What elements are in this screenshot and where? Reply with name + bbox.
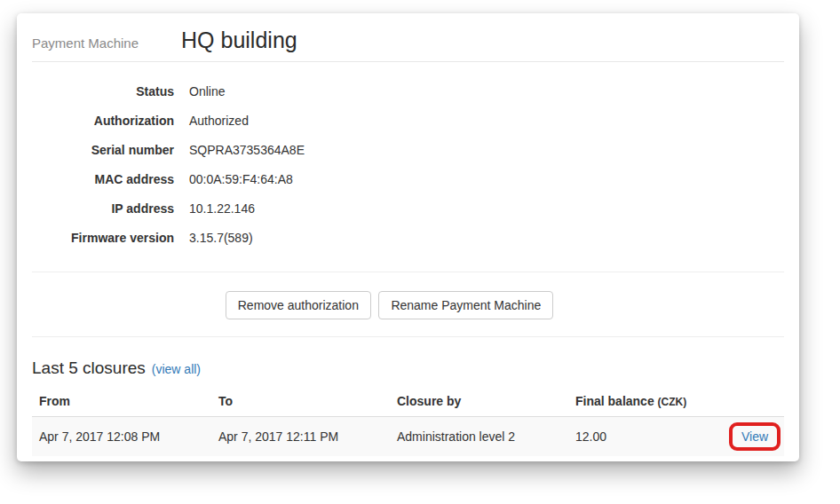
app-label: Payment Machine: [32, 35, 139, 51]
detail-row-ip-address: IP address 10.1.22.146: [32, 202, 784, 216]
page-title: HQ building: [181, 28, 297, 53]
column-header-action: [733, 385, 784, 417]
table-header-row: From To Closure by Final balance (CZK): [32, 385, 784, 417]
detail-row-authorization: Authorization Authorized: [32, 114, 784, 128]
detail-row-firmware-version: Firmware version 3.15.7(589): [32, 232, 784, 245]
column-header-from: From: [32, 385, 211, 417]
status-value: Online: [189, 85, 225, 98]
view-link[interactable]: View: [741, 429, 768, 444]
red-highlight-annotation: View: [729, 422, 781, 451]
action-buttons: Remove authorization Rename Payment Mach…: [13, 291, 765, 319]
ip-address-value: 10.1.22.146: [189, 202, 255, 216]
rename-payment-machine-button[interactable]: Rename Payment Machine: [378, 291, 553, 319]
detail-row-status: Status Online: [32, 85, 784, 98]
column-header-closure-by: Closure by: [390, 385, 568, 417]
detail-label: MAC address: [32, 173, 174, 186]
divider: [32, 336, 784, 337]
closure-row: Apr 7, 2017 12:08 PM Apr 7, 2017 12:11 P…: [32, 417, 784, 457]
closures-title: Last 5 closures: [32, 358, 146, 378]
closure-by-cell: Administration level 2: [390, 417, 568, 457]
closures-header: Last 5 closures (view all): [32, 358, 784, 378]
column-header-final-balance: Final balance (CZK): [568, 385, 733, 417]
detail-label: Authorization: [32, 114, 174, 128]
detail-label: Firmware version: [32, 232, 174, 245]
remove-authorization-button[interactable]: Remove authorization: [226, 291, 371, 319]
divider: [32, 272, 784, 272]
column-header-to: To: [211, 385, 390, 417]
final-balance-unit: (CZK): [658, 396, 687, 408]
detail-label: IP address: [32, 202, 174, 216]
closure-balance-cell: 12.00: [568, 417, 733, 457]
mac-address-value: 00:0A:59:F4:64:A8: [189, 173, 293, 186]
detail-row-mac-address: MAC address 00:0A:59:F4:64:A8: [32, 173, 784, 186]
closure-action-cell: View: [733, 417, 784, 457]
closures-table: From To Closure by Final balance (CZK) A…: [32, 385, 784, 456]
closure-to-cell: Apr 7, 2017 12:11 PM: [211, 417, 390, 457]
firmware-version-value: 3.15.7(589): [189, 232, 253, 245]
detail-label: Status: [32, 85, 174, 98]
detail-row-serial-number: Serial number SQPRA3735364A8E: [32, 144, 784, 157]
final-balance-label: Final balance: [575, 394, 654, 408]
machine-details: Status Online Authorization Authorized S…: [32, 85, 784, 245]
detail-label: Serial number: [32, 144, 174, 157]
payment-machine-card: Payment Machine HQ building Status Onlin…: [17, 13, 799, 461]
authorization-value: Authorized: [189, 114, 249, 128]
view-all-link[interactable]: (view all): [152, 362, 201, 376]
serial-number-value: SQPRA3735364A8E: [189, 144, 305, 157]
page-header: Payment Machine HQ building: [32, 13, 784, 62]
closure-from-cell: Apr 7, 2017 12:08 PM: [32, 417, 211, 457]
